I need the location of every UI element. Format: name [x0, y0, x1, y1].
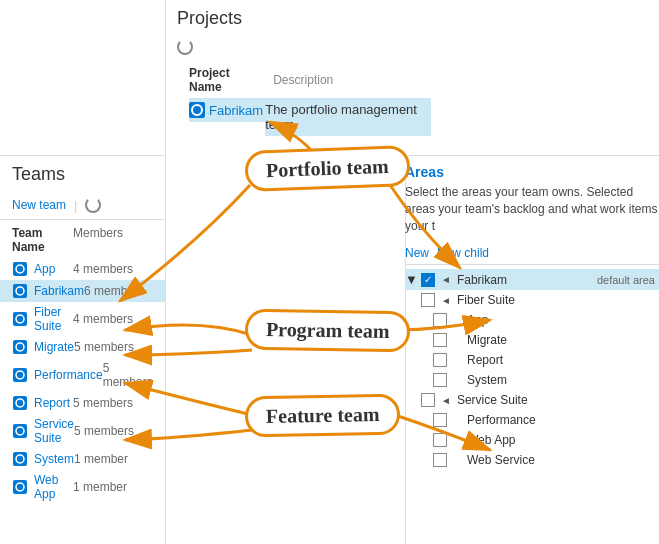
refresh-icon[interactable]: [177, 39, 193, 55]
area-name-web-service: Web Service: [467, 453, 535, 467]
area-checkbox-service-suite[interactable]: [421, 393, 435, 407]
area-name-report: Report: [467, 353, 503, 367]
teams-toolbar: New team |: [0, 191, 165, 220]
feature-team-bubble: Feature team: [245, 394, 401, 438]
team-row-fabrikam[interactable]: Fabrikam 6 members: [0, 280, 165, 302]
svg-rect-4: [13, 312, 27, 326]
portfolio-team-bubble: Portfolio team: [244, 145, 410, 192]
areas-description: Select the areas your team owns. Selecte…: [405, 184, 659, 242]
svg-rect-2: [13, 284, 27, 298]
team-row-service-suite[interactable]: Service Suite 5 members: [0, 414, 165, 448]
toolbar-divider: |: [74, 198, 77, 213]
projects-refresh-area: [165, 35, 455, 62]
area-checkbox-app[interactable]: [433, 313, 447, 327]
area-checkbox-performance[interactable]: [433, 413, 447, 427]
team-icon-system: [12, 451, 28, 467]
areas-section: Areas Select the areas your team owns. S…: [405, 155, 659, 470]
team-icon-migrate: [12, 339, 28, 355]
projects-section: Projects Project Name Description Fabrik…: [165, 0, 455, 136]
area-checkbox-report[interactable]: [433, 353, 447, 367]
teams-members-column-header: Members: [73, 226, 153, 254]
team-name-fabrikam[interactable]: Fabrikam: [34, 284, 84, 298]
team-name-performance[interactable]: Performance: [34, 368, 103, 382]
svg-rect-16: [13, 480, 27, 494]
teams-title: Teams: [0, 155, 165, 191]
new-child-button[interactable]: New child: [437, 246, 489, 260]
svg-rect-10: [13, 396, 27, 410]
team-icon-report: [12, 395, 28, 411]
team-name-report[interactable]: Report: [34, 396, 73, 410]
area-row-migrate[interactable]: Migrate: [405, 330, 659, 350]
team-row-fiber-suite[interactable]: Fiber Suite 4 members: [0, 302, 165, 336]
team-name-service-suite[interactable]: Service Suite: [34, 417, 74, 445]
new-team-button[interactable]: New team: [12, 198, 66, 212]
area-row-performance[interactable]: Performance: [405, 410, 659, 430]
team-row-performance[interactable]: Performance 5 members: [0, 358, 165, 392]
area-checkbox-system[interactable]: [433, 373, 447, 387]
team-members-report: 5 members: [73, 396, 153, 410]
area-row-web-app[interactable]: Web App: [405, 430, 659, 450]
team-members-system: 1 member: [74, 452, 153, 466]
new-area-button[interactable]: New: [405, 246, 429, 260]
team-name-web-app[interactable]: Web App: [34, 473, 73, 501]
team-name-fiber-suite[interactable]: Fiber Suite: [34, 305, 73, 333]
team-name-app[interactable]: App: [34, 262, 73, 276]
team-members-migrate: 5 members: [74, 340, 153, 354]
teams-refresh-icon[interactable]: [85, 197, 101, 213]
svg-rect-12: [13, 424, 27, 438]
area-row-report[interactable]: Report: [405, 350, 659, 370]
team-name-migrate[interactable]: Migrate: [34, 340, 74, 354]
area-dropdown-arrow[interactable]: ▼: [405, 272, 417, 287]
area-row-system[interactable]: System: [405, 370, 659, 390]
svg-rect-0: [13, 262, 27, 276]
area-name-performance: Performance: [467, 413, 536, 427]
area-checkbox-web-service[interactable]: [433, 453, 447, 467]
project-name-link[interactable]: Fabrikam: [209, 103, 263, 118]
team-icon-service-suite: [12, 423, 28, 439]
project-icon: [189, 102, 205, 118]
team-members-performance: 5 members: [103, 361, 153, 389]
team-icon-web-app: [12, 479, 28, 495]
svg-rect-6: [13, 340, 27, 354]
table-row[interactable]: Fabrikam The portfolio management team.: [189, 98, 431, 136]
area-row-fabrikam[interactable]: ▼ ◄ Fabrikam default area: [405, 269, 659, 290]
area-checkbox-web-app[interactable]: [433, 433, 447, 447]
area-row-fiber-suite[interactable]: ◄ Fiber Suite: [405, 290, 659, 310]
team-members-fiber-suite: 4 members: [73, 312, 153, 326]
project-name-header: Project Name: [189, 62, 265, 98]
area-expand-service-suite: ◄: [441, 395, 451, 406]
area-row-web-service[interactable]: Web Service: [405, 450, 659, 470]
areas-title: Areas: [405, 155, 659, 184]
teams-table-header: Team Name Members: [0, 220, 165, 258]
team-row-web-app[interactable]: Web App 1 member: [0, 470, 165, 504]
area-checkbox-fabrikam[interactable]: [421, 273, 435, 287]
area-row-app[interactable]: App: [405, 310, 659, 330]
team-row-app[interactable]: App 4 members: [0, 258, 165, 280]
program-team-bubble: Program team: [245, 309, 411, 353]
area-row-service-suite[interactable]: ◄ Service Suite: [405, 390, 659, 410]
team-name-system[interactable]: System: [34, 452, 74, 466]
area-expand-fiber-suite: ◄: [441, 295, 451, 306]
area-name-migrate: Migrate: [467, 333, 507, 347]
teams-name-column-header: Team Name: [12, 226, 73, 254]
area-checkbox-fiber-suite[interactable]: [421, 293, 435, 307]
team-row-system[interactable]: System 1 member: [0, 448, 165, 470]
teams-section: Teams New team | Team Name Members App 4…: [0, 155, 165, 504]
svg-rect-14: [13, 452, 27, 466]
team-row-report[interactable]: Report 5 members: [0, 392, 165, 414]
team-members-service-suite: 5 members: [74, 424, 153, 438]
area-checkbox-migrate[interactable]: [433, 333, 447, 347]
projects-title: Projects: [165, 0, 455, 35]
team-members-app: 4 members: [73, 262, 153, 276]
area-name-fiber-suite: Fiber Suite: [457, 293, 515, 307]
team-icon-app: [12, 261, 28, 277]
area-name-app: App: [467, 313, 488, 327]
team-icon-performance: [12, 367, 28, 383]
team-icon-fabrikam: [12, 283, 28, 299]
team-row-migrate[interactable]: Migrate 5 members: [0, 336, 165, 358]
projects-table: Project Name Description Fabrikam The po…: [189, 62, 431, 136]
area-name-system: System: [467, 373, 507, 387]
team-members-web-app: 1 member: [73, 480, 153, 494]
section-separator: [165, 0, 166, 544]
area-name-web-app: Web App: [467, 433, 515, 447]
